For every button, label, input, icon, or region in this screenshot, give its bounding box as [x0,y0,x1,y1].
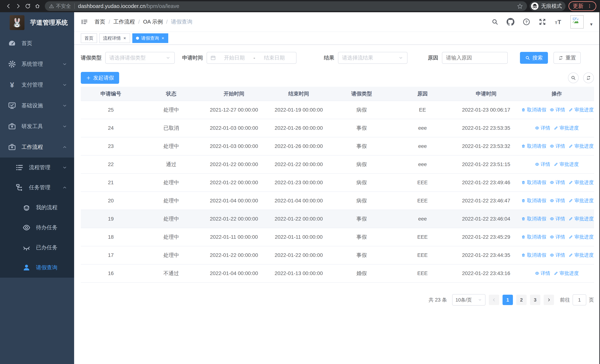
refresh-table-button[interactable] [583,73,594,83]
search-button[interactable]: 搜索 [520,52,548,64]
detail-link[interactable]: 详情 [550,107,565,113]
detail-link[interactable]: 详情 [550,197,565,204]
cancel-leave-link[interactable]: 取消请假 [521,143,546,149]
detail-link[interactable]: 详情 [535,125,550,131]
breadcrumb-item[interactable]: 工作流程 [113,18,135,26]
action-label: 详情 [555,143,565,149]
apply-time-label: 申请时间 [182,54,203,61]
detail-link[interactable]: 详情 [535,161,550,168]
cancel-leave-link[interactable]: 取消请假 [521,107,546,113]
detail-link[interactable]: 详情 [550,215,565,222]
progress-link[interactable]: 审批进度 [554,270,579,277]
browser-forward-button[interactable] [13,1,23,11]
tab-close-icon[interactable]: × [123,36,126,41]
browser-reload-button[interactable] [23,1,33,11]
progress-link[interactable]: 审批进度 [569,107,594,113]
tab-home[interactable]: 首页 [81,33,97,43]
sidebar-item-workflow[interactable]: 工作流程 [0,137,74,158]
detail-link[interactable]: 详情 [550,234,565,240]
avatar[interactable] [570,15,584,28]
page-button-1[interactable]: 1 [503,295,513,305]
sidebar-item-my-process[interactable]: 我的流程 [0,197,74,218]
breadcrumb-item[interactable]: 首页 [94,18,105,26]
leave-table: 申请编号状态开始时间结束时间请假类型原因申请时间操作 25处理中2021-12-… [81,87,594,283]
page-button-2[interactable]: 2 [516,295,527,305]
app-logo[interactable]: 🐰 芋道管理系统 [0,12,74,33]
navbar-actions: ? TT ▼ [491,15,593,28]
github-icon[interactable] [506,18,514,26]
cancel-leave-link[interactable]: 取消请假 [521,215,546,222]
tab-process-detail[interactable]: 流程详情× [99,33,130,43]
sidebar-item-done-tasks[interactable]: 已办任务 [0,238,74,258]
apply-time-range-picker[interactable]: 开始日期 - 结束日期 [206,52,297,64]
font-size-icon[interactable]: TT [554,18,562,26]
eye-icon [535,271,539,276]
reset-button[interactable]: 重置 [553,52,581,64]
detail-link[interactable]: 详情 [550,143,565,149]
reason-input[interactable] [442,52,508,64]
detail-link[interactable]: 详情 [550,179,565,186]
sidebar-item-label: 请假查询 [36,264,57,271]
sidebar-item-todo-tasks[interactable]: 待办任务 [0,218,74,238]
progress-link[interactable]: 审批进度 [554,161,579,168]
cell-leave_type: 事假 [331,137,392,155]
sidebar-item-leave-query[interactable]: 请假查询 [0,258,74,278]
trash-icon [521,144,526,149]
result-select[interactable]: 请选择流结果 [338,52,407,64]
cell-reason: EEE [392,264,453,282]
table-row: 25处理中2021-12-27 00:00:002022-01-19 00:00… [81,101,594,119]
progress-link[interactable]: 审批进度 [569,179,594,186]
calendar-icon [210,55,216,61]
action-label: 取消请假 [527,252,546,258]
sidebar-item-dev-tools[interactable]: 研发工具 [0,116,74,137]
cancel-leave-link[interactable]: 取消请假 [521,234,546,240]
sidebar-item-task-management[interactable]: 任务管理 [0,177,74,197]
detail-link[interactable]: 详情 [535,270,550,277]
cancel-leave-link[interactable]: 取消请假 [521,179,546,186]
sidebar-item-system-management[interactable]: 系统管理 [0,54,74,75]
tab-leave-query[interactable]: 请假查询× [132,33,168,43]
next-page-button[interactable] [544,295,554,305]
sidebar-collapse-icon[interactable] [81,18,88,26]
cancel-leave-link[interactable]: 取消请假 [521,252,546,258]
sidebar-item-process-management[interactable]: 流程管理 [0,158,74,177]
cell-actions: 取消请假详情审批进度 [519,210,594,228]
action-label: 审批进度 [574,197,594,204]
progress-link[interactable]: 审批进度 [569,234,594,240]
tab-close-icon[interactable]: × [161,36,165,41]
help-icon[interactable]: ? [523,18,530,26]
cell-actions: 取消请假详情审批进度 [519,246,594,264]
breadcrumb-separator: / [109,19,110,25]
not-secure-label: 不安全 [56,3,71,9]
sidebar-item-payment-management[interactable]: ¥支付管理 [0,75,74,95]
bookmark-star-icon[interactable] [517,3,523,9]
sidebar-item-home[interactable]: 首页 [0,33,74,54]
breadcrumb-item[interactable]: OA 示例 [143,18,163,26]
sidebar-item-infrastructure[interactable]: 基础设施 [0,95,74,116]
app-title: 芋道管理系统 [30,18,68,27]
search-icon[interactable] [491,18,498,25]
page-button-3[interactable]: 3 [530,295,540,305]
goto-page-input[interactable] [572,294,586,305]
prev-page-button[interactable] [489,295,499,305]
progress-link[interactable]: 审批进度 [554,125,579,131]
create-leave-button[interactable]: 发起请假 [81,72,119,84]
address-bar[interactable]: 不安全 dashboard.yudao.iocoder.cn/bpm/oa/le… [45,1,527,11]
browser-menu-icon[interactable] [587,3,592,9]
browser-update-button[interactable]: 更新 [569,1,596,11]
browser-home-button[interactable] [33,1,42,11]
browser-back-button[interactable] [4,1,13,11]
leave-type-select[interactable]: 请选择请假类型 [105,52,175,64]
progress-link[interactable]: 审批进度 [569,197,594,204]
avatar-caret-down-icon[interactable]: ▼ [589,17,593,27]
cell-start_time: 2022-01-22 00:00:00 [202,246,266,264]
progress-link[interactable]: 审批进度 [569,143,594,149]
fullscreen-icon[interactable] [538,18,546,26]
progress-link[interactable]: 审批进度 [569,252,594,258]
progress-link[interactable]: 审批进度 [569,215,594,222]
cancel-leave-link[interactable]: 取消请假 [521,197,546,204]
detail-link[interactable]: 详情 [550,252,565,258]
page-size-select[interactable]: 10条/页 [452,294,486,306]
toggle-search-button[interactable] [568,73,579,83]
trash-icon [521,253,526,257]
